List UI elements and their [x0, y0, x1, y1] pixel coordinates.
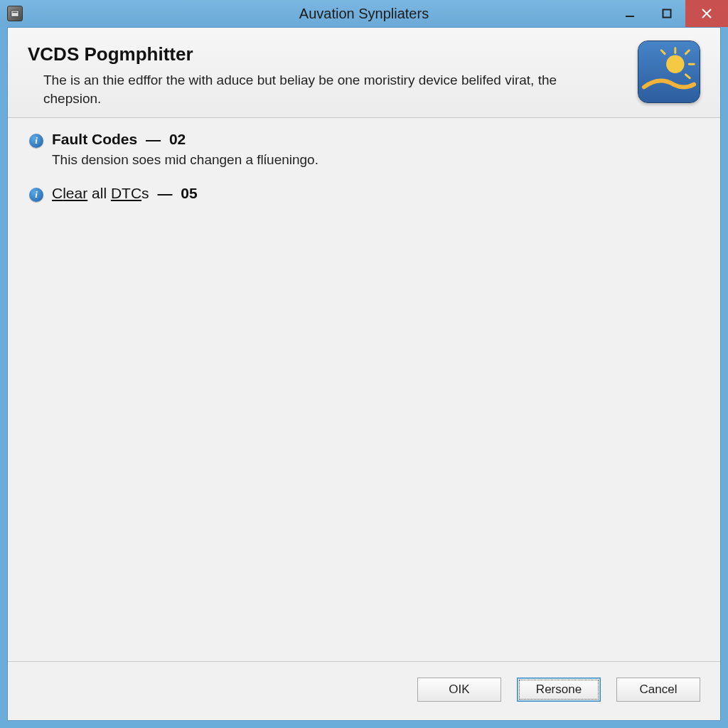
window-controls	[611, 0, 728, 27]
header-text-block: VCDS Pogmphitter The is an thie edffor t…	[28, 41, 623, 107]
ok-button[interactable]: OIK	[417, 678, 501, 702]
item-dash: —	[146, 131, 161, 147]
clear-link[interactable]: Clear	[52, 185, 87, 201]
header-pane: VCDS Pogmphitter The is an thie edffor t…	[8, 28, 720, 118]
item-code: 02	[169, 131, 186, 147]
list-item: i Fault Codes — 02 This dension soes mid…	[29, 131, 699, 168]
app-icon	[7, 6, 23, 21]
close-button[interactable]	[685, 0, 728, 27]
page-title: VCDS Pogmphitter	[28, 43, 623, 65]
svg-rect-3	[663, 10, 671, 18]
body-pane: i Fault Codes — 02 This dension soes mid…	[8, 118, 720, 661]
info-icon: i	[29, 188, 43, 202]
weather-icon	[638, 41, 700, 103]
item-title-fault-codes: Fault Codes — 02	[52, 131, 186, 148]
list-item: i Clear all DTCs — 05	[29, 185, 699, 202]
svg-rect-6	[638, 41, 700, 102]
item-dash: —	[157, 185, 172, 201]
item-description: This dension soes mid changen a flίuenin…	[52, 152, 699, 168]
client-area: VCDS Pogmphitter The is an thie edffor t…	[7, 27, 721, 721]
svg-point-7	[666, 55, 684, 73]
dtcs-link[interactable]: DTC	[111, 185, 141, 201]
titlebar[interactable]: Auvation Synpliaters	[0, 0, 728, 27]
rersone-button[interactable]: Rersone	[517, 678, 601, 702]
svg-rect-0	[11, 11, 19, 17]
item-title-text: Fault Codes	[52, 131, 137, 147]
svg-rect-1	[13, 11, 18, 13]
footer-pane: OIK Rersone Cancel	[8, 661, 720, 720]
cancel-button[interactable]: Cancel	[616, 678, 700, 702]
info-icon: i	[29, 134, 43, 148]
minimize-button[interactable]	[611, 0, 648, 27]
page-description: The is an thie edffor the with aduce but…	[43, 71, 591, 107]
item-code: 05	[181, 185, 197, 201]
maximize-button[interactable]	[648, 0, 685, 27]
window-frame: Auvation Synpliaters VCDS Pogmphitter Th…	[0, 0, 728, 728]
item-title-clear-dtcs[interactable]: Clear all DTCs — 05	[52, 185, 198, 202]
